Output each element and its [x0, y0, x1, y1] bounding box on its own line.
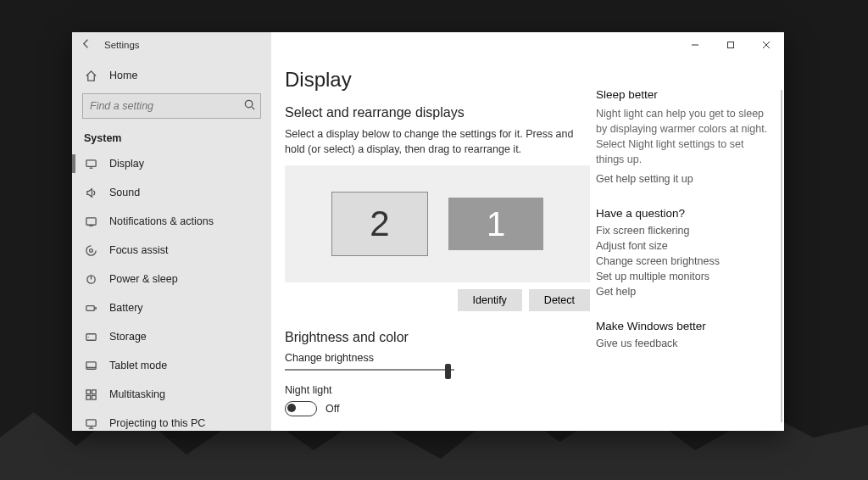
svg-rect-10	[86, 389, 90, 393]
sidebar-item-label: Battery	[109, 302, 143, 314]
sidebar-item-sound[interactable]: Sound	[72, 178, 271, 207]
night-light-state: Off	[326, 403, 339, 415]
search-box[interactable]	[82, 93, 261, 119]
sidebar-item-notify[interactable]: Notifications & actions	[72, 207, 271, 236]
search-icon	[238, 98, 260, 114]
page-title: Display	[285, 68, 577, 92]
sidebar-home-label: Home	[109, 70, 137, 81]
titlebar: Settings	[72, 32, 784, 58]
settings-window: Settings	[72, 32, 784, 431]
help-link[interactable]: Change screen brightness	[596, 255, 771, 267]
scrollbar[interactable]	[781, 90, 782, 422]
multitask-icon	[84, 388, 97, 401]
notify-icon	[84, 215, 97, 228]
svg-rect-7	[86, 333, 95, 340]
window-title: Settings	[101, 40, 140, 50]
sidebar-item-power[interactable]: Power & sleep	[72, 265, 271, 293]
sidebar-item-label: Tablet mode	[109, 360, 167, 371]
section-brightness-heading: Brightness and color	[285, 330, 577, 345]
storage-icon	[84, 330, 97, 343]
svg-rect-0	[728, 42, 734, 48]
help-link[interactable]: Get help	[596, 286, 771, 298]
sidebar-item-storage[interactable]: Storage	[72, 322, 271, 351]
svg-rect-14	[86, 419, 95, 426]
svg-rect-12	[86, 395, 90, 399]
sidebar-item-label: Notifications & actions	[109, 215, 214, 227]
maximize-button[interactable]	[713, 32, 748, 58]
sleep-better-heading: Sleep better	[596, 88, 771, 101]
detect-button[interactable]: Detect	[529, 289, 590, 311]
monitor-1[interactable]: 1	[448, 198, 543, 250]
section-arrange-desc: Select a display below to change the set…	[285, 127, 577, 157]
info-panel: Sleep better Night light can help you ge…	[591, 58, 784, 431]
minimize-button[interactable]	[677, 32, 713, 58]
back-button[interactable]	[72, 37, 101, 53]
brightness-slider[interactable]	[285, 369, 454, 371]
svg-rect-11	[92, 389, 96, 393]
sidebar-item-tablet[interactable]: Tablet mode	[72, 351, 271, 380]
sidebar-item-label: Projecting to this PC	[109, 417, 205, 429]
display-icon	[84, 157, 97, 170]
sidebar-item-battery[interactable]: Battery	[72, 293, 271, 322]
make-better-heading: Make Windows better	[596, 320, 771, 332]
svg-rect-6	[86, 305, 93, 310]
power-icon	[84, 272, 97, 286]
svg-point-8	[88, 336, 89, 337]
sidebar-item-focus[interactable]: Focus assist	[72, 236, 271, 265]
sound-icon	[84, 186, 97, 199]
identify-button[interactable]: Identify	[458, 289, 522, 311]
sidebar-item-display[interactable]: Display	[72, 149, 271, 178]
help-link[interactable]: Set up multiple monitors	[596, 271, 771, 282]
monitor-2[interactable]: 2	[331, 192, 428, 256]
sidebar-item-multitask[interactable]: Multitasking	[72, 380, 271, 409]
night-light-label: Night light	[285, 384, 577, 396]
svg-rect-13	[92, 395, 96, 399]
focus-icon	[84, 243, 97, 257]
tablet-icon	[84, 359, 97, 372]
section-arrange-heading: Select and rearrange displays	[285, 105, 577, 120]
sidebar-item-home[interactable]: Home	[72, 61, 271, 90]
have-question-heading: Have a question?	[596, 207, 771, 220]
brightness-label: Change brightness	[285, 352, 577, 364]
sidebar-item-label: Focus assist	[109, 244, 168, 256]
svg-point-1	[245, 100, 252, 107]
sleep-better-link[interactable]: Get help setting it up	[596, 173, 771, 185]
sidebar-item-label: Display	[109, 158, 144, 170]
project-icon	[84, 416, 97, 430]
svg-point-4	[89, 248, 92, 252]
sidebar: Home System DisplaySoundNotifications & …	[72, 58, 271, 431]
sidebar-item-label: Multitasking	[109, 388, 165, 400]
home-icon	[84, 69, 97, 82]
search-input[interactable]	[83, 100, 238, 112]
help-link[interactable]: Fix screen flickering	[596, 225, 771, 237]
sidebar-heading: System	[72, 126, 271, 149]
sidebar-item-label: Power & sleep	[109, 273, 178, 285]
battery-icon	[84, 301, 97, 315]
sleep-better-text: Night light can help you get to sleep by…	[596, 106, 771, 168]
feedback-link[interactable]: Give us feedback	[596, 338, 771, 349]
main-content: Display Select and rearrange displays Se…	[271, 58, 591, 431]
svg-rect-2	[86, 159, 95, 166]
help-link[interactable]: Adjust font size	[596, 240, 771, 252]
sidebar-item-label: Storage	[109, 331, 147, 343]
night-light-toggle[interactable]	[285, 401, 317, 416]
sidebar-item-project[interactable]: Projecting to this PC	[72, 409, 271, 431]
display-arrange-box[interactable]: 2 1	[285, 165, 590, 282]
toggle-knob	[287, 404, 296, 412]
svg-rect-3	[86, 217, 95, 224]
brightness-slider-thumb[interactable]	[445, 364, 451, 379]
close-button[interactable]	[748, 32, 784, 58]
sidebar-item-label: Sound	[109, 187, 140, 198]
